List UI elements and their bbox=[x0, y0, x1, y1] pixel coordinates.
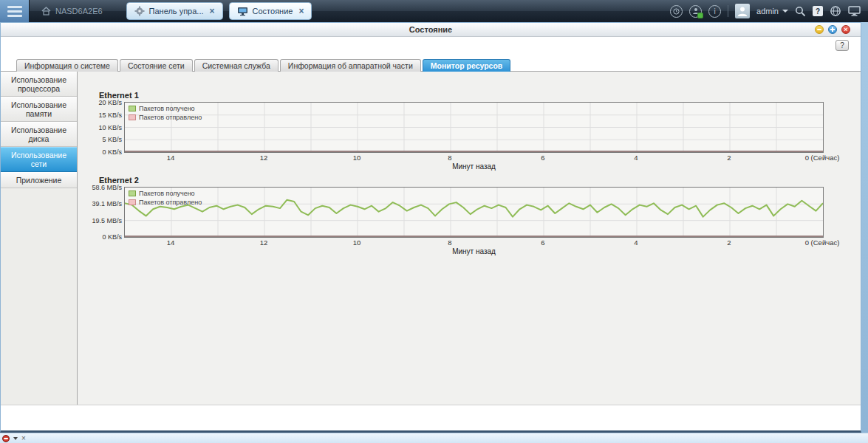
topbar-tab-status[interactable]: Состояние × bbox=[229, 2, 312, 20]
chart-title: Ethernet 2 bbox=[99, 176, 861, 187]
topbar-tab-control-panel[interactable]: Панель упра... × bbox=[126, 2, 223, 20]
legend-label: Пакетов отправлено bbox=[139, 114, 202, 121]
window-body: Информация о системе Состояние сети Сист… bbox=[1, 37, 861, 430]
window-title: Состояние bbox=[409, 25, 452, 34]
legend-swatch bbox=[129, 114, 136, 120]
screen-lock-icon[interactable] bbox=[689, 5, 702, 18]
x-tick-label: 14 bbox=[167, 154, 175, 162]
desktop-topbar: NASD6A2E6 Панель упра... × Состояние bbox=[0, 0, 868, 22]
desktop-taskbar: × bbox=[0, 433, 868, 443]
x-tick-label: 2 bbox=[727, 238, 731, 247]
gear-icon bbox=[134, 6, 145, 16]
x-tick-label: 4 bbox=[634, 154, 638, 162]
topbar-divider bbox=[728, 5, 728, 17]
tab-resource-monitor[interactable]: Монитор ресурсов bbox=[423, 59, 510, 72]
search-icon[interactable] bbox=[795, 6, 806, 17]
legend-swatch bbox=[129, 106, 136, 111]
status-tabs: Информация о системе Состояние сети Сист… bbox=[1, 59, 861, 72]
topbar-right-icons: i admin ? bbox=[670, 4, 868, 18]
x-tick-label: 4 bbox=[634, 238, 638, 247]
x-tick-label: 10 bbox=[353, 238, 361, 247]
x-axis-labels: 14121086420 (Сейчас) bbox=[124, 238, 824, 246]
network-usage-panel: Ethernet 1 20 KB/s15 KB/s10 KB/s5 KB/s0 … bbox=[78, 72, 861, 405]
y-tick-label: 10 KB/s bbox=[98, 124, 122, 131]
legend-swatch bbox=[129, 199, 136, 205]
info-icon[interactable]: i bbox=[708, 5, 721, 18]
ethernet2-chart: Ethernet 2 58.6 MB/s39.1 MB/s19.5 MB/s0 … bbox=[99, 176, 861, 256]
desktop-settings-icon[interactable] bbox=[848, 6, 861, 16]
tab-system-info[interactable]: Информация о системе bbox=[16, 59, 118, 72]
chevron-down-icon bbox=[782, 10, 788, 13]
chart-plot-area: Пакетов полученоПакетов отправлено bbox=[124, 102, 824, 153]
chart-legend: Пакетов полученоПакетов отправлено bbox=[129, 190, 202, 207]
maximize-button[interactable] bbox=[828, 25, 837, 34]
legend-swatch bbox=[129, 190, 136, 196]
lock-badge-icon bbox=[697, 13, 703, 18]
legend-entry: Пакетов получено bbox=[129, 105, 202, 112]
window-help-button[interactable]: ? bbox=[835, 40, 849, 51]
close-tab-icon[interactable]: × bbox=[210, 6, 215, 16]
y-tick-label: 39.1 MB/s bbox=[92, 200, 122, 207]
sidebar-item-cpu-usage[interactable]: Использование процессора bbox=[1, 72, 77, 97]
series-line bbox=[125, 200, 823, 217]
resource-monitor-content: Использование процессора Использование п… bbox=[1, 72, 861, 405]
x-axis-title: Минут назад bbox=[124, 247, 824, 256]
tab-network-status[interactable]: Состояние сети bbox=[120, 59, 193, 72]
window-top-spacer bbox=[1, 37, 861, 59]
home-icon bbox=[41, 7, 51, 16]
language-globe-icon[interactable] bbox=[830, 5, 841, 17]
legend-label: Пакетов отправлено bbox=[139, 199, 202, 206]
sidebar-item-network-usage[interactable]: Использование сети bbox=[1, 147, 77, 172]
x-tick-label: 8 bbox=[448, 154, 451, 162]
y-axis-labels: 20 KB/s15 KB/s10 KB/s5 KB/s0 KB/s bbox=[99, 102, 124, 153]
window-bottom-strip bbox=[1, 405, 861, 430]
legend-entry: Пакетов получено bbox=[129, 190, 202, 197]
x-axis-labels: 14121086420 (Сейчас) bbox=[124, 153, 824, 161]
close-tab-icon[interactable]: × bbox=[298, 6, 304, 16]
x-tick-label: 2 bbox=[727, 154, 731, 162]
y-tick-label: 0 KB/s bbox=[102, 148, 122, 156]
x-tick-label: 10 bbox=[353, 154, 361, 162]
legend-entry: Пакетов отправлено bbox=[129, 114, 202, 121]
sidebar-item-memory-usage[interactable]: Использование памяти bbox=[1, 97, 77, 122]
y-tick-label: 15 KB/s bbox=[98, 111, 122, 119]
open-window-tabs: Панель упра... × Состояние × bbox=[126, 2, 312, 20]
minimize-button[interactable] bbox=[815, 25, 824, 34]
background-tasks-icon[interactable] bbox=[670, 5, 683, 18]
x-tick-label: 12 bbox=[260, 154, 268, 162]
tab-system-service[interactable]: Системная служба bbox=[194, 59, 278, 72]
resource-sidebar: Использование процессора Использование п… bbox=[1, 72, 78, 405]
taskbar-chevron-down-icon[interactable] bbox=[13, 437, 18, 440]
close-button[interactable]: × bbox=[841, 25, 850, 34]
help-icon[interactable]: ? bbox=[813, 6, 823, 16]
x-tick-label: 6 bbox=[541, 154, 544, 162]
status-window: Состояние × ? Информация о системе Состо… bbox=[0, 22, 861, 433]
x-axis-title: Минут назад bbox=[124, 162, 824, 171]
desktop-home-tab[interactable]: NASD6A2E6 bbox=[30, 0, 115, 22]
y-tick-label: 5 KB/s bbox=[102, 136, 122, 143]
chart-legend: Пакетов полученоПакетов отправлено bbox=[129, 105, 202, 123]
x-tick-label: 14 bbox=[167, 238, 175, 247]
sidebar-item-disk-usage[interactable]: Использование диска bbox=[1, 122, 77, 147]
topbar-tab-label: Состояние bbox=[253, 7, 293, 16]
y-tick-label: 0 KB/s bbox=[102, 233, 122, 241]
ethernet1-chart: Ethernet 1 20 KB/s15 KB/s10 KB/s5 KB/s0 … bbox=[99, 91, 861, 171]
tab-hardware-info[interactable]: Информация об аппаратной части bbox=[280, 59, 421, 72]
window-titlebar[interactable]: Состояние × bbox=[1, 23, 861, 37]
x-tick-label: 0 (Сейчас) bbox=[805, 154, 840, 162]
taskbar-close-icon[interactable]: × bbox=[21, 435, 26, 442]
device-name: NASD6A2E6 bbox=[55, 7, 103, 16]
chart-plot-area: Пакетов полученоПакетов отправлено bbox=[124, 187, 824, 238]
sidebar-item-application[interactable]: Приложение bbox=[1, 172, 77, 188]
y-tick-label: 20 KB/s bbox=[98, 99, 122, 106]
main-menu-button[interactable] bbox=[0, 0, 30, 22]
user-avatar[interactable] bbox=[735, 4, 750, 18]
legend-label: Пакетов получено bbox=[139, 190, 195, 197]
x-tick-label: 8 bbox=[448, 238, 451, 247]
legend-label: Пакетов получено bbox=[139, 105, 195, 112]
user-menu[interactable]: admin bbox=[756, 7, 788, 16]
y-tick-label: 58.6 MB/s bbox=[92, 184, 122, 191]
monitor-icon bbox=[237, 7, 248, 16]
legend-entry: Пакетов отправлено bbox=[129, 199, 202, 206]
minimized-app-icon[interactable] bbox=[2, 435, 10, 442]
